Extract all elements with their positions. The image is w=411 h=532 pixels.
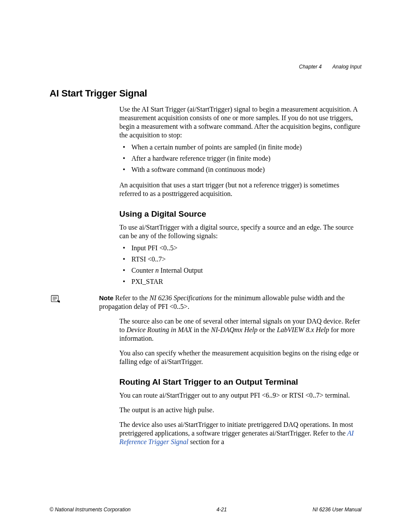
bullet-list: Input PFI <0..5> RTSI <0..7> Counter n I… [119, 243, 361, 287]
paragraph: To use ai/StartTrigger with a digital so… [119, 223, 361, 240]
footer-manual-title: NI 6236 User Manual [313, 507, 361, 513]
note-label: Note [99, 294, 113, 302]
section-body: The source also can be one of several ot… [119, 317, 361, 446]
header-title: Analog Input [333, 64, 361, 70]
list-item: With a software command (in continuous m… [119, 165, 361, 175]
paragraph: You also can specify whether the measure… [119, 349, 361, 366]
paragraph: You can route ai/StartTrigger out to any… [119, 391, 361, 400]
text: or the [258, 326, 277, 333]
italic-text: NI-DAQmx Help [211, 326, 258, 333]
text: Refer to the [113, 294, 149, 302]
heading-routing-output: Routing AI Start Trigger to an Output Te… [119, 377, 361, 387]
list-item: RTSI <0..7> [119, 254, 361, 264]
bullet-list: When a certain number of points are samp… [119, 142, 361, 175]
paragraph: Use the AI Start Trigger (ai/StartTrigge… [119, 105, 361, 140]
footer-copyright: © National Instruments Corporation [50, 507, 131, 513]
italic-text: LabVIEW 8.x Help [277, 326, 329, 333]
italic-text: n [156, 267, 159, 274]
italic-text: NI 6236 Specifications [149, 294, 212, 302]
text: section for a [188, 438, 224, 445]
note-callout: Note Refer to the NI 6236 Specifications… [50, 294, 361, 311]
list-item: Input PFI <0..5> [119, 243, 361, 253]
heading-digital-source: Using a Digital Source [119, 209, 361, 219]
paragraph: The output is an active high pulse. [119, 406, 361, 414]
page: Chapter 4 Analog Input AI Start Trigger … [0, 0, 411, 532]
paragraph: The source also can be one of several ot… [119, 317, 361, 343]
text: Counter [131, 267, 156, 274]
list-item: Counter n Internal Output [119, 265, 361, 276]
text: in the [192, 326, 211, 333]
list-item: PXI_STAR [119, 277, 361, 287]
heading-ai-start-trigger: AI Start Trigger Signal [50, 88, 361, 99]
header-chapter: Chapter 4 [299, 64, 322, 70]
text: Internal Output [159, 267, 203, 274]
italic-text: Device Routing in MAX [126, 326, 192, 333]
text: The device also uses ai/StartTrigger to … [119, 421, 353, 437]
footer-page-number: 4-21 [131, 507, 312, 513]
list-item: When a certain number of points are samp… [119, 142, 361, 152]
note-icon [50, 294, 75, 305]
page-footer: © National Instruments Corporation 4-21 … [50, 507, 361, 513]
paragraph: An acquisition that uses a start trigger… [119, 181, 361, 198]
note-text: Note Refer to the NI 6236 Specifications… [99, 294, 361, 311]
list-item: After a hardware reference trigger (in f… [119, 153, 361, 164]
running-header: Chapter 4 Analog Input [299, 64, 361, 70]
paragraph: The device also uses ai/StartTrigger to … [119, 420, 361, 446]
section-body: Use the AI Start Trigger (ai/StartTrigge… [119, 105, 361, 287]
